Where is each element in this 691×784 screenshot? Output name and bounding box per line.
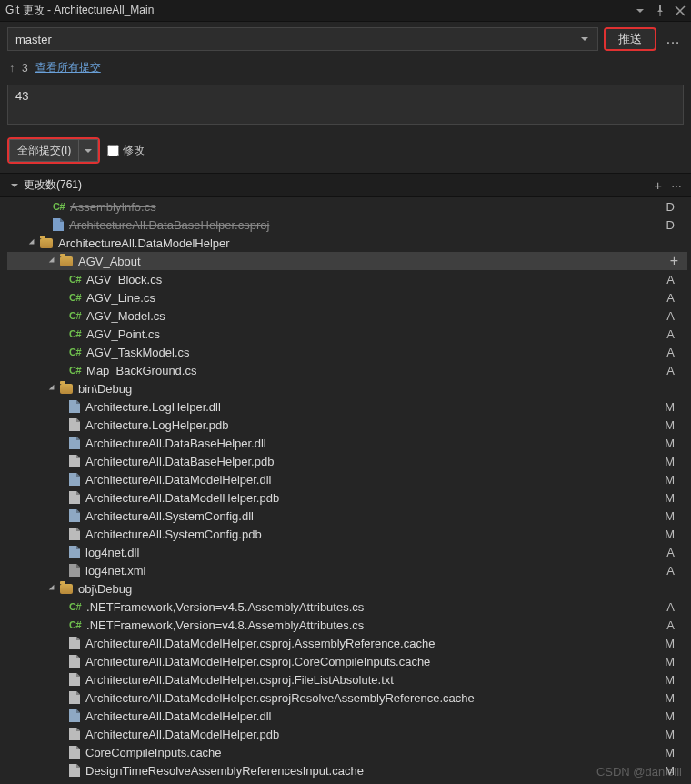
branch-dropdown[interactable]: master [7, 27, 598, 51]
tree-row[interactable]: C#AGV_Line.csA [7, 288, 687, 307]
tree-row[interactable]: C#AGV_TaskModel.csA [7, 343, 687, 361]
tree-row[interactable]: ArchitectureAll.DataModelHelper.dllM [7, 470, 687, 488]
file-icon [69, 528, 80, 540]
commit-all-button[interactable]: 全部提交(I) [9, 139, 79, 162]
tree-row[interactable]: Architecture.LogHelper.pdbM [7, 416, 687, 434]
changes-header[interactable]: 更改数(761) + … [0, 173, 691, 197]
folder-icon [40, 238, 53, 248]
file-name: ArchitectureAll.DataModelHelper.csproj.F… [85, 673, 394, 687]
amend-checkbox-label[interactable]: 修改 [107, 143, 145, 158]
tree-row[interactable]: ArchitectureAll.DataModelHelper.csproj.C… [7, 652, 687, 670]
file-status: M [665, 637, 687, 650]
file-status: D [666, 200, 687, 214]
chevron-down-icon [579, 34, 590, 45]
more-icon[interactable]: … [671, 177, 682, 193]
csharp-icon: C# [69, 310, 81, 321]
tree-row[interactable]: AGV_About+ [7, 252, 687, 270]
close-icon[interactable] [675, 5, 686, 16]
tree-row[interactable]: log4net.xmlA [7, 561, 687, 579]
file-name: ArchitectureAll.DataModelHelper.dll [85, 473, 271, 487]
commit-message-input[interactable]: 43 [7, 85, 684, 125]
tree-row[interactable]: DesignTimeResolveAssemblyReferencesInput… [7, 761, 687, 779]
file-status: M [665, 437, 687, 450]
amend-text: 修改 [123, 143, 145, 158]
tree-row[interactable]: C#Map_BackGround.csA [7, 361, 687, 379]
file-icon [69, 491, 80, 504]
tree-row[interactable]: C#AGV_Point.csA [7, 325, 687, 343]
file-icon [69, 418, 80, 431]
pin-icon[interactable] [655, 5, 666, 16]
file-name: CoreCompileInputs.cache [85, 746, 222, 759]
tree-row[interactable]: C#.NETFramework,Version=v4.5.AssemblyAtt… [7, 598, 687, 616]
tree-row[interactable]: ArchitectureAll.SystemConfig.dllM [7, 507, 687, 525]
push-button[interactable]: 推送 [604, 27, 656, 51]
outgoing-arrow-icon: ↑ [9, 62, 15, 75]
file-status: A [666, 546, 687, 559]
tree-row[interactable]: ArchitectureAll.DataModelHelper [7, 234, 687, 252]
file-name: AGV_Block.cs [86, 273, 162, 286]
tree-row[interactable]: obj\Debug [7, 579, 687, 598]
file-name: log4net.xml [85, 564, 145, 578]
folder-icon [60, 384, 73, 394]
csharp-icon: C# [69, 365, 81, 376]
tree-row[interactable]: C#AssemblyInfo.csD [7, 197, 687, 216]
file-icon [69, 673, 80, 686]
view-all-commits-link[interactable]: 查看所有提交 [35, 60, 101, 75]
dll-icon [69, 437, 80, 449]
file-name: ArchitectureAll.DataModelHelper.dll [85, 709, 271, 723]
csharp-icon: C# [69, 347, 81, 357]
file-status: A [666, 364, 687, 377]
tree-row[interactable]: ArchitectureAll.DataBaseHelper.pdbM [7, 452, 687, 470]
file-status: A [666, 291, 687, 305]
file-status: D [666, 218, 687, 232]
file-icon [69, 764, 80, 777]
amend-checkbox[interactable] [107, 145, 119, 156]
csproj-icon [53, 218, 64, 231]
tree-row[interactable]: C#AGV_Model.csA [7, 307, 687, 325]
file-status: M [665, 491, 687, 505]
tree-row[interactable]: ArchitectureAll.SystemConfig.pdbM [7, 525, 687, 543]
stage-item-icon[interactable]: + [670, 253, 687, 269]
changes-count-label: 更改数(761) [24, 177, 82, 193]
file-status: M [665, 673, 687, 687]
file-name: ArchitectureAll.SystemConfig.dll [85, 509, 254, 523]
more-menu[interactable]: … [662, 35, 684, 44]
tree-row[interactable]: ArchitectureAll.DataBaseHelper.dllM [7, 434, 687, 452]
dll-icon [69, 546, 80, 558]
folder-icon [60, 256, 73, 266]
file-name: AGV_TaskModel.cs [86, 346, 189, 359]
tree-row[interactable]: log4net.dllA [7, 543, 687, 561]
changes-tree[interactable]: C#AssemblyInfo.csDArchitectureAll.DataBa… [0, 197, 691, 779]
tree-row[interactable]: ArchitectureAll.DataModelHelper.dllM [7, 707, 687, 725]
watermark: CSDN @danielli [596, 765, 682, 779]
tree-row[interactable]: C#.NETFramework,Version=v4.8.AssemblyAtt… [7, 616, 687, 634]
dropdown-icon[interactable] [635, 5, 646, 16]
tree-row[interactable]: ArchitectureAll.DataModelHelper.csprojRe… [7, 689, 687, 707]
tree-row[interactable]: ArchitectureAll.DataBaseHelper.csprojD [7, 216, 687, 234]
file-icon [69, 655, 80, 668]
file-icon [69, 637, 80, 649]
tree-row[interactable]: ArchitectureAll.DataModelHelper.csproj.F… [7, 670, 687, 689]
file-status: M [665, 728, 687, 741]
stage-all-icon[interactable]: + [654, 177, 662, 193]
file-status: M [665, 691, 687, 705]
tree-row[interactable]: Architecture.LogHelper.dllM [7, 397, 687, 416]
file-status: M [665, 709, 687, 723]
tree-row[interactable]: C#AGV_Block.csA [7, 270, 687, 288]
chevron-down-icon [9, 180, 20, 191]
tree-row[interactable]: CoreCompileInputs.cacheM [7, 743, 687, 761]
file-status: M [665, 746, 687, 759]
commit-message-text: 43 [15, 89, 28, 103]
file-status: A [666, 327, 687, 341]
file-name: ArchitectureAll.SystemConfig.pdb [85, 528, 262, 541]
window-title: Git 更改 - ArchitectureAll_Main [5, 3, 154, 18]
tree-row[interactable]: ArchitectureAll.DataModelHelper.pdbM [7, 488, 687, 507]
outgoing-bar: ↑ 3 查看所有提交 [0, 56, 691, 79]
tree-row[interactable]: ArchitectureAll.DataModelHelper.pdbM [7, 725, 687, 743]
tree-row[interactable]: ArchitectureAll.DataModelHelper.csproj.A… [7, 634, 687, 652]
file-icon [69, 691, 80, 704]
tree-row[interactable]: bin\Debug [7, 379, 687, 397]
file-name: AGV_Model.cs [86, 309, 165, 323]
commit-split-dropdown[interactable] [79, 139, 98, 162]
xml-icon [69, 564, 80, 577]
